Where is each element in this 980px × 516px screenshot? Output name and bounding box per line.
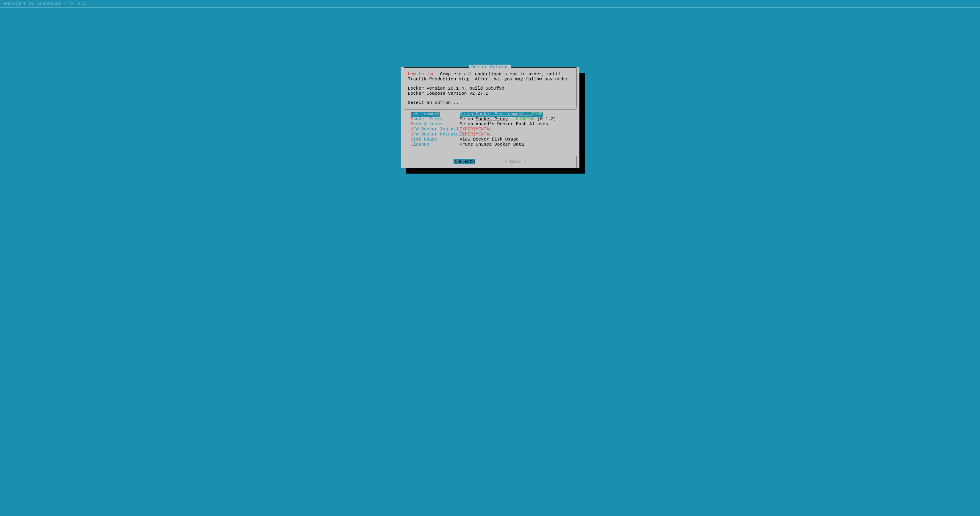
- menu-list: EnvironmentSetup Docker Environment - DO…: [404, 110, 576, 156]
- how-to-use: How to Use: Complete all underlined step…: [408, 72, 572, 82]
- menu-item[interactable]: CleanupPrune Unused Docker Data: [411, 142, 576, 147]
- select-button[interactable]: <Select>: [453, 159, 475, 164]
- menu-item-desc: Prune Unused Docker Data: [460, 142, 524, 147]
- menu-item-label: Cleanup: [411, 142, 460, 147]
- dialog-buttons: <Select> < Back >: [404, 156, 576, 168]
- docker-version: Docker version 26.1.4, build 5650f9b: [408, 86, 572, 91]
- menu-item-desc: EXPERIMENTAL: [460, 132, 492, 137]
- menu-item-label: UFW-Docker Uninstall: [411, 132, 460, 137]
- dialog: Docker Options How to Use: Complete all …: [401, 67, 579, 168]
- menu-item[interactable]: Disk UsageView Docker Disk Usage: [411, 137, 576, 142]
- select-prompt: Select an option...: [408, 100, 572, 105]
- menu-item-desc: Setup Anand's Docker Bash Aliases: [460, 122, 548, 127]
- menu-item-desc: Setup Docker Environment - DONE: [460, 111, 543, 117]
- menu-item-label: Socket Proxy: [411, 117, 460, 122]
- compose-version: Docker Compose version v2.27.1: [408, 91, 572, 96]
- menu-item[interactable]: UFW-Docker UninstallEXPERIMENTAL: [411, 132, 576, 137]
- menu-item[interactable]: UFW-Docker InstallEXPERIMENTAL: [411, 127, 576, 132]
- menu-item-desc: Setup Socket Proxy - RUNNING (0.1.2): [460, 117, 556, 122]
- app-header: Deployarr by AnandsLab - v4.0.1: [0, 0, 980, 8]
- how-to-use-label: How to Use:: [408, 72, 438, 77]
- menu-item[interactable]: EnvironmentSetup Docker Environment - DO…: [411, 111, 576, 117]
- menu-item-desc: EXPERIMENTAL: [460, 127, 492, 132]
- menu-item-label: Disk Usage: [411, 137, 460, 142]
- menu-item-label: Bash Aliases: [411, 122, 460, 127]
- menu-item-label: UFW-Docker Install: [411, 127, 460, 132]
- back-button[interactable]: < Back >: [505, 159, 526, 164]
- dialog-title: Docker Options: [469, 65, 511, 70]
- menu-item[interactable]: Bash AliasesSetup Anand's Docker Bash Al…: [411, 122, 576, 127]
- menu-item-desc: View Docker Disk Usage: [460, 137, 519, 142]
- menu-item-label: Environment: [411, 111, 460, 117]
- menu-item[interactable]: Socket ProxySetup Socket Proxy - RUNNING…: [411, 117, 576, 122]
